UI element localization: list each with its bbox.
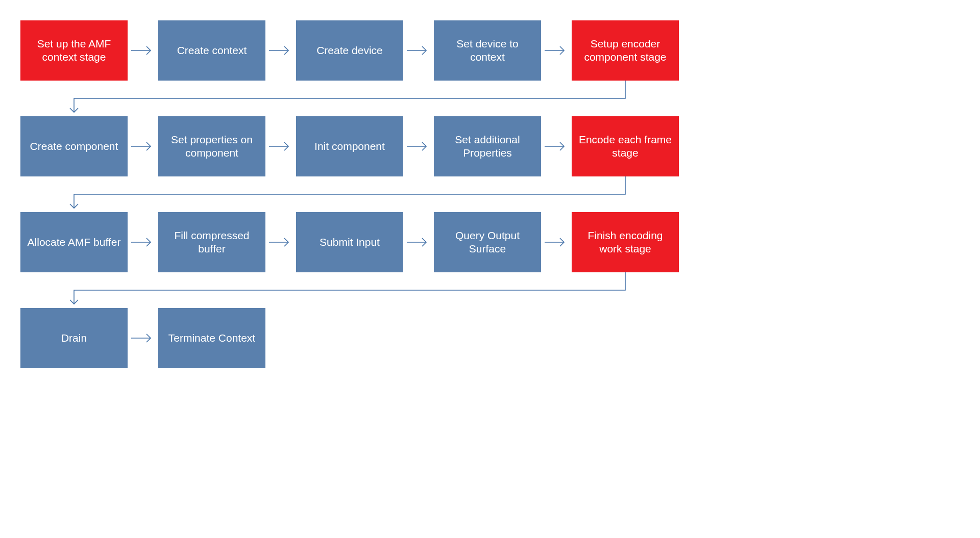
step-box: Set device to context: [434, 20, 541, 81]
box-label: Allocate AMF buffer: [28, 236, 121, 249]
arrow-right-icon: [265, 20, 296, 81]
flow-row-4: Drain Terminate Context: [20, 308, 960, 368]
step-box: Create context: [158, 20, 265, 81]
box-label: Set properties on component: [162, 133, 261, 160]
wrap-arrow-icon: [20, 176, 960, 212]
step-box: Drain: [20, 308, 128, 368]
arrow-right-icon: [541, 212, 572, 272]
box-label: Setup encoder component stage: [576, 37, 675, 64]
arrow-right-icon: [128, 212, 158, 272]
stage-box: Finish encoding work stage: [572, 212, 679, 272]
box-label: Set device to context: [438, 37, 537, 64]
flow-diagram: Set up the AMF context stage Create cont…: [20, 20, 960, 368]
box-label: Encode each frame stage: [576, 133, 675, 160]
box-label: Set additional Properties: [438, 133, 537, 160]
step-box: Create device: [296, 20, 403, 81]
arrow-right-icon: [128, 20, 158, 81]
box-label: Submit Input: [320, 236, 380, 249]
arrow-right-icon: [403, 116, 434, 176]
box-label: Drain: [61, 331, 87, 345]
step-box: Init component: [296, 116, 403, 176]
box-label: Set up the AMF context stage: [24, 37, 124, 64]
step-box: Terminate Context: [158, 308, 265, 368]
step-box: Query Output Surface: [434, 212, 541, 272]
box-label: Terminate Context: [168, 331, 255, 345]
box-label: Finish encoding work stage: [576, 229, 675, 256]
step-box: Submit Input: [296, 212, 403, 272]
wrap-arrow-icon: [20, 272, 960, 308]
step-box: Set properties on component: [158, 116, 265, 176]
step-box: Set additional Properties: [434, 116, 541, 176]
step-box: Fill compressed buffer: [158, 212, 265, 272]
box-label: Create context: [177, 44, 247, 57]
arrow-right-icon: [541, 116, 572, 176]
step-box: Create component: [20, 116, 128, 176]
flow-row-1: Set up the AMF context stage Create cont…: [20, 20, 960, 81]
flow-row-3: Allocate AMF buffer Fill compressed buff…: [20, 212, 960, 272]
flow-row-2: Create component Set properties on compo…: [20, 116, 960, 176]
arrow-right-icon: [128, 116, 158, 176]
box-label: Fill compressed buffer: [162, 229, 261, 256]
stage-box: Encode each frame stage: [572, 116, 679, 176]
stage-box: Setup encoder component stage: [572, 20, 679, 81]
wrap-arrow-icon: [20, 81, 960, 116]
stage-box: Set up the AMF context stage: [20, 20, 128, 81]
box-label: Init component: [314, 140, 385, 153]
arrow-right-icon: [265, 212, 296, 272]
box-label: Query Output Surface: [438, 229, 537, 256]
arrow-right-icon: [128, 308, 158, 368]
arrow-right-icon: [403, 212, 434, 272]
box-label: Create component: [30, 140, 118, 153]
step-box: Allocate AMF buffer: [20, 212, 128, 272]
arrow-right-icon: [265, 116, 296, 176]
arrow-right-icon: [541, 20, 572, 81]
box-label: Create device: [316, 44, 383, 57]
arrow-right-icon: [403, 20, 434, 81]
